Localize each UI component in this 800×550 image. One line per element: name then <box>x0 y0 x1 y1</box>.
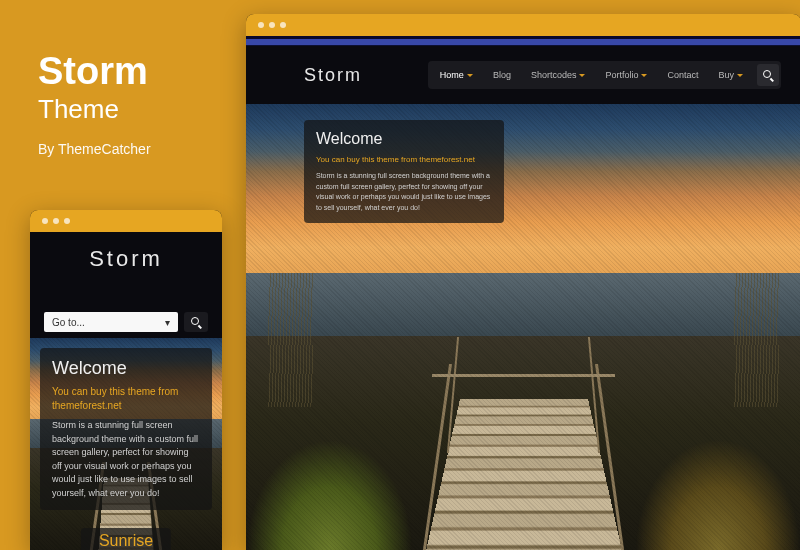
site-logo[interactable]: Storm <box>304 65 362 86</box>
mobile-viewport: Storm Go to... Welcome You can buy <box>30 232 222 550</box>
nav-item-buy[interactable]: Buy <box>708 63 753 87</box>
mobile-browser: Storm Go to... Welcome You can buy <box>30 210 222 550</box>
browser-chrome <box>30 210 222 232</box>
desktop-viewport: Storm Home Blog Shortcodes Portfolio <box>246 36 800 550</box>
grass <box>635 439 801 551</box>
welcome-heading: Welcome <box>52 358 200 379</box>
promo-title: Storm <box>38 52 151 90</box>
window-dot <box>53 218 59 224</box>
nav-label: Home <box>440 70 464 80</box>
mobile-nav-select[interactable]: Go to... <box>44 312 178 332</box>
welcome-body: Storm is a stunning full screen backgrou… <box>52 419 200 500</box>
nav-item-home[interactable]: Home <box>430 63 483 87</box>
welcome-heading: Welcome <box>316 130 492 148</box>
reeds <box>268 273 312 407</box>
search-icon <box>191 317 201 327</box>
mobile-nav-row: Go to... <box>30 304 222 342</box>
nav-item-portfolio[interactable]: Portfolio <box>595 63 657 87</box>
chevron-down-icon <box>467 74 473 77</box>
accent-bar <box>246 39 800 45</box>
promo-subtitle: Theme <box>38 94 151 125</box>
nav-label: Shortcodes <box>531 70 577 80</box>
grass <box>246 439 413 551</box>
welcome-card: Welcome You can buy this theme from them… <box>40 348 212 510</box>
browser-chrome <box>246 14 800 36</box>
window-dot <box>64 218 70 224</box>
search-button[interactable] <box>757 64 779 86</box>
site-logo[interactable]: Storm <box>89 246 163 272</box>
reeds <box>734 273 778 407</box>
main-nav: Home Blog Shortcodes Portfolio Contact <box>428 61 781 89</box>
rail <box>432 374 616 377</box>
image-tag[interactable]: Sunrise <box>81 528 171 550</box>
promo-title-block: Storm Theme By ThemeCatcher <box>38 52 151 157</box>
chevron-down-icon <box>737 74 743 77</box>
window-dot <box>280 22 286 28</box>
select-value: Go to... <box>52 317 85 328</box>
welcome-subtitle: You can buy this theme from themeforest.… <box>52 385 200 413</box>
window-dot <box>269 22 275 28</box>
chevron-down-icon <box>641 74 647 77</box>
nav-label: Blog <box>493 70 511 80</box>
window-dot <box>42 218 48 224</box>
welcome-body: Storm is a stunning full screen backgrou… <box>316 171 492 213</box>
promo-byline: By ThemeCatcher <box>38 141 151 157</box>
desktop-browser: Storm Home Blog Shortcodes Portfolio <box>246 14 800 550</box>
nav-label: Contact <box>667 70 698 80</box>
chevron-down-icon <box>579 74 585 77</box>
welcome-subtitle: You can buy this theme from themeforest.… <box>316 154 492 165</box>
nav-label: Portfolio <box>605 70 638 80</box>
search-button[interactable] <box>184 312 208 332</box>
nav-item-blog[interactable]: Blog <box>483 63 521 87</box>
nav-label: Buy <box>718 70 734 80</box>
nav-item-contact[interactable]: Contact <box>657 63 708 87</box>
search-icon <box>763 70 773 80</box>
boardwalk <box>424 318 624 550</box>
site-header: Storm Home Blog Shortcodes Portfolio <box>246 46 800 104</box>
nav-item-shortcodes[interactable]: Shortcodes <box>521 63 596 87</box>
site-header: Storm <box>30 232 222 304</box>
window-dot <box>258 22 264 28</box>
welcome-card: Welcome You can buy this theme from them… <box>304 120 504 223</box>
